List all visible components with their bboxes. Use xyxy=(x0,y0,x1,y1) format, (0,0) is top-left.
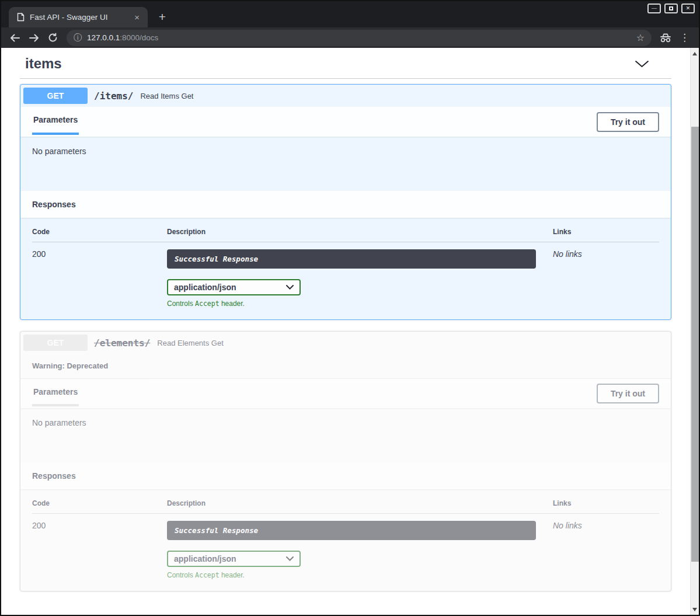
method-badge: GET xyxy=(23,88,88,104)
accept-header-note: Controls Accept header. xyxy=(167,300,536,308)
response-description-cell: Successful Response application/json Con… xyxy=(167,514,536,579)
incognito-icon xyxy=(659,31,673,45)
minimize-button[interactable]: — xyxy=(647,4,661,13)
tag-section-header-items[interactable]: items xyxy=(20,50,671,79)
deprecated-warning: Warning: Deprecated xyxy=(20,354,671,379)
opblock-get-elements-deprecated: GET /elements/ Read Elements Get Warning… xyxy=(20,331,671,591)
bookmark-star-icon[interactable]: ☆ xyxy=(636,32,645,43)
reload-icon[interactable] xyxy=(46,31,60,45)
method-badge: GET xyxy=(23,335,88,351)
media-type-select[interactable]: application/json xyxy=(167,279,301,295)
parameters-body: No parameters xyxy=(20,408,671,462)
responses-table: Code Description Links 200 Successful Re… xyxy=(20,218,671,319)
maximize-button[interactable] xyxy=(664,4,678,13)
endpoint-summary: Read Elements Get xyxy=(157,339,223,347)
column-header-links: Links xyxy=(536,228,659,242)
responses-header-bar: Responses xyxy=(20,191,671,218)
responses-grid: Code Description Links 200 Successful Re… xyxy=(32,499,659,579)
parameters-header-bar: Parameters Try it out xyxy=(20,379,671,408)
responses-table: Code Description Links 200 Successful Re… xyxy=(20,489,671,591)
column-header-code: Code xyxy=(32,499,167,514)
try-it-out-button[interactable]: Try it out xyxy=(597,112,659,132)
responses-title: Responses xyxy=(32,471,76,481)
column-header-links: Links xyxy=(536,499,659,514)
select-chevron-icon xyxy=(286,556,294,561)
tab-parameters[interactable]: Parameters xyxy=(32,107,79,135)
media-type-value: application/json xyxy=(174,554,236,563)
response-description: Successful Response xyxy=(167,249,536,269)
responses-header-bar: Responses xyxy=(20,462,671,489)
browser-menu-icon[interactable]: ⋮ xyxy=(677,32,692,44)
forward-icon[interactable] xyxy=(27,31,41,45)
select-chevron-icon xyxy=(286,285,294,290)
back-icon[interactable] xyxy=(8,31,22,45)
url-text: 127.0.0.1:8000/docs xyxy=(87,33,158,42)
endpoint-path: /elements/ xyxy=(94,337,150,349)
favicon-page-icon xyxy=(17,13,25,22)
url-host: 127.0.0.1 xyxy=(87,33,120,42)
responses-grid: Code Description Links 200 Successful Re… xyxy=(32,228,659,308)
scrollbar-thumb[interactable] xyxy=(691,127,699,562)
response-code: 200 xyxy=(32,514,167,579)
response-description-cell: Successful Response application/json Con… xyxy=(167,242,536,308)
new-tab-button[interactable]: + xyxy=(154,9,170,25)
window-controls: — ✕ xyxy=(647,4,695,13)
column-header-description: Description xyxy=(167,228,536,242)
address-bar[interactable]: ⓘ 127.0.0.1:8000/docs ☆ xyxy=(67,30,652,46)
browser-tab[interactable]: Fast API - Swagger UI × xyxy=(9,7,148,27)
opblock-summary[interactable]: GET /items/ Read Items Get xyxy=(20,85,671,107)
site-info-icon[interactable]: ⓘ xyxy=(74,33,82,43)
page-scrollbar[interactable] xyxy=(690,48,699,615)
swagger-ui: items GET /items/ Read Items Get Paramet… xyxy=(1,48,690,615)
responses-title: Responses xyxy=(32,200,76,209)
column-header-description: Description xyxy=(167,499,536,514)
opblock-summary[interactable]: GET /elements/ Read Elements Get xyxy=(20,332,671,354)
maximize-icon xyxy=(669,6,673,11)
tab-close-icon[interactable]: × xyxy=(132,12,142,23)
chevron-down-icon[interactable] xyxy=(635,60,649,68)
browser-toolbar: ⓘ 127.0.0.1:8000/docs ☆ ⋮ xyxy=(1,27,699,48)
tab-strip: Fast API - Swagger UI × + — ✕ xyxy=(1,1,699,27)
section-title: items xyxy=(25,55,62,72)
media-type-value: application/json xyxy=(174,283,236,292)
try-it-out-button[interactable]: Try it out xyxy=(597,384,659,403)
media-type-select[interactable]: application/json xyxy=(167,551,301,567)
parameters-body: No parameters xyxy=(20,137,671,191)
endpoint-path: /items/ xyxy=(94,91,133,102)
no-parameters-text: No parameters xyxy=(32,147,86,156)
response-code: 200 xyxy=(32,242,167,308)
response-description: Successful Response xyxy=(167,521,536,540)
tab-title: Fast API - Swagger UI xyxy=(30,13,127,22)
scroll-down-arrow[interactable] xyxy=(691,605,699,614)
endpoint-summary: Read Items Get xyxy=(140,92,193,100)
triangle-down-icon xyxy=(692,608,697,611)
accept-code: Accept xyxy=(195,300,220,308)
parameters-header-bar: Parameters Try it out xyxy=(20,107,671,137)
accept-header-note: Controls Accept header. xyxy=(167,571,536,579)
no-parameters-text: No parameters xyxy=(32,418,86,427)
page-content: items GET /items/ Read Items Get Paramet… xyxy=(1,48,699,615)
no-links-text: No links xyxy=(536,514,659,579)
triangle-up-icon xyxy=(692,52,697,55)
column-header-code: Code xyxy=(32,228,167,242)
close-button[interactable]: ✕ xyxy=(681,4,695,13)
tab-parameters[interactable]: Parameters xyxy=(32,379,79,406)
url-path: :8000/docs xyxy=(120,33,158,42)
no-links-text: No links xyxy=(536,242,659,308)
accept-code: Accept xyxy=(195,571,220,579)
opblock-get-items: GET /items/ Read Items Get Parameters Tr… xyxy=(20,84,671,320)
browser-window: Fast API - Swagger UI × + — ✕ ⓘ 127.0.0.… xyxy=(0,0,700,616)
scroll-up-arrow[interactable] xyxy=(691,49,699,58)
